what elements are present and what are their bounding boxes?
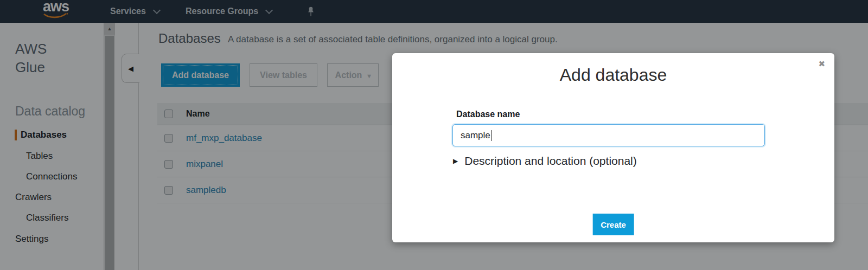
input-value: sample [461,130,490,141]
disclosure-right-icon: ▶ [453,157,458,165]
database-name-label: Database name [456,110,520,119]
text-cursor [491,130,492,141]
add-database-modal: ✖ Add database Database name sample ▶ De… [392,53,834,242]
description-location-expander[interactable]: ▶ Description and location (optional) [453,155,637,168]
create-button[interactable]: Create [592,214,634,235]
database-name-input[interactable]: sample [452,124,765,146]
aws-glue-console: aws Services Resource Groups AWS Glue Da… [0,0,868,270]
modal-title: Add database [392,65,834,85]
